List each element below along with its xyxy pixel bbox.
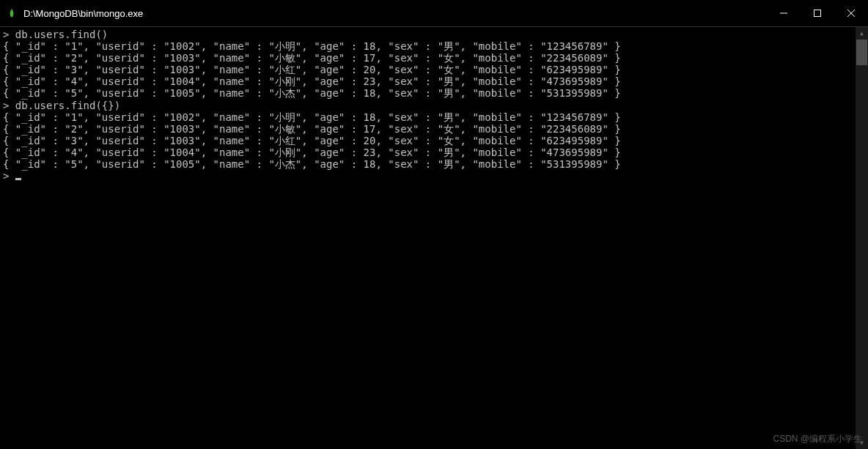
console-area: > db.users.find() { "_id" : "1", "userid… bbox=[0, 27, 868, 449]
scrollbar-thumb[interactable] bbox=[856, 40, 867, 65]
window-title: D:\MongoDB\bin\mongo.exe bbox=[23, 8, 143, 19]
mongodb-icon bbox=[6, 7, 18, 19]
svg-rect-1 bbox=[814, 10, 821, 17]
close-button[interactable] bbox=[834, 0, 868, 26]
minimize-button[interactable] bbox=[767, 0, 801, 26]
maximize-button[interactable] bbox=[801, 0, 834, 26]
vertical-scrollbar[interactable]: ▲ ▼ bbox=[856, 27, 868, 449]
scroll-up-arrow[interactable]: ▲ bbox=[856, 27, 868, 40]
text-cursor bbox=[15, 178, 21, 180]
window-titlebar: D:\MongoDB\bin\mongo.exe bbox=[0, 0, 868, 27]
watermark: CSDN @编程系小学生 bbox=[773, 433, 862, 445]
titlebar-left: D:\MongoDB\bin\mongo.exe bbox=[6, 7, 143, 19]
console-output[interactable]: > db.users.find() { "_id" : "1", "userid… bbox=[0, 27, 856, 449]
window-controls bbox=[767, 0, 868, 26]
